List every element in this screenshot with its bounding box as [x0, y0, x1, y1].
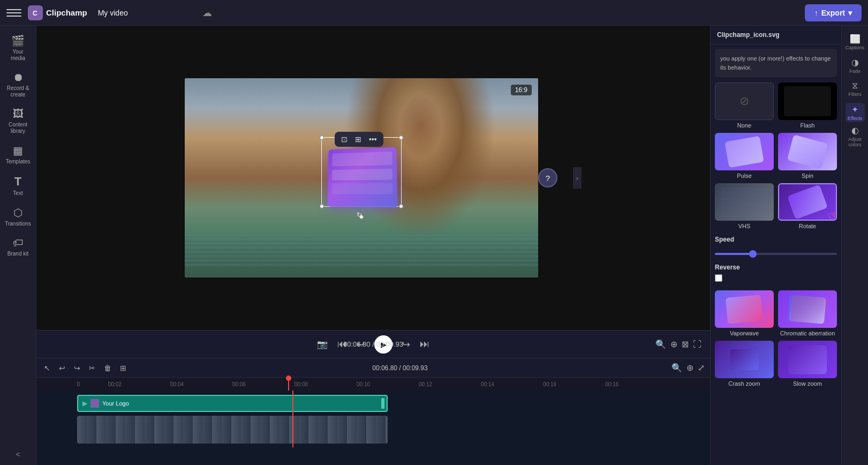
effects-icon: ✦: [851, 104, 858, 115]
handle-rotate[interactable]: [359, 215, 364, 219]
undo-button[interactable]: ↩: [57, 362, 67, 374]
fullscreen-button[interactable]: ⛶: [693, 339, 701, 349]
ruler-mark-0: 0: [77, 381, 108, 387]
help-button[interactable]: ?: [538, 168, 557, 188]
more-options-button[interactable]: •••: [367, 134, 379, 145]
effect-vaporwave[interactable]: Vaporwave: [715, 290, 774, 336]
playback-right-controls: 🔍 ⊕ ⊠ ⛶: [655, 339, 701, 349]
handle-bottom-right[interactable]: [399, 204, 403, 208]
effect-slowzoom-thumb: [778, 341, 837, 378]
ruler-mark-18: 00:18: [605, 381, 667, 387]
sidebar-collapse-button[interactable]: <: [13, 448, 22, 461]
effect-flash-thumb: [778, 82, 837, 120]
effect-pulse-thumb: [715, 133, 774, 170]
zoom-out-button[interactable]: 🔍: [655, 339, 666, 349]
export-button[interactable]: ↑ Export ▾: [805, 4, 862, 21]
timeline-ruler: 0 00:02 00:04 00:06 00:08 00:1: [36, 378, 710, 391]
preview-area: ⊡ ⊞ ••• 16:9 ? ›: [36, 26, 710, 330]
add-media-button[interactable]: ⊞: [118, 362, 129, 374]
delete-button[interactable]: 🗑: [102, 362, 114, 374]
redo-button[interactable]: ↪: [72, 362, 82, 374]
effect-spin[interactable]: Spin: [778, 133, 837, 179]
app-logo: C Clipchamp: [28, 5, 87, 20]
speed-section: Speed: [715, 236, 837, 257]
sidebar-item-text[interactable]: T Text: [2, 170, 34, 201]
effect-spin-label: Spin: [802, 172, 813, 179]
sidebar-item-transitions[interactable]: ⬡ Transitions: [2, 202, 34, 231]
timeline: ↖ ↩ ↪ ✂ 🗑 ⊞ 00:06.80 / 00:09.93 🔍 ⊕ ⤢ 0: [36, 358, 710, 465]
zoom-fit-button[interactable]: ⊠: [682, 339, 689, 349]
cut-button[interactable]: ✂: [87, 362, 97, 374]
effect-pulse[interactable]: Pulse: [715, 133, 774, 179]
fade-button[interactable]: ◑ Fade: [846, 56, 865, 75]
captions-button[interactable]: ⬜ Captions: [846, 32, 865, 51]
track-play-button[interactable]: ▶: [82, 400, 87, 407]
effect-crash-thumb: [715, 341, 774, 378]
main-layout: 🎬 Your media ⏺ Record & create 🖼 Content…: [0, 26, 868, 465]
playhead-line: [292, 391, 293, 447]
content-library-icon: 🖼: [13, 108, 24, 120]
camera-off-button[interactable]: 📷: [317, 339, 328, 349]
effect-vhs-thumb: [715, 183, 774, 221]
adjust-colors-icon: ◐: [851, 125, 859, 136]
timeline-expand[interactable]: ⤢: [698, 363, 705, 373]
effect-none-label: None: [737, 122, 751, 129]
effect-crash-zoom[interactable]: Crash zoom: [715, 341, 774, 387]
your-media-icon: 🎬: [11, 34, 25, 47]
reverse-label: Reverse: [715, 264, 837, 271]
adjust-colors-button[interactable]: ◐ Adjust colors: [846, 126, 865, 146]
logo-track-row: ▶ Your Logo: [77, 394, 706, 413]
center-area: ⊡ ⊞ ••• 16:9 ? › 📷 ⏮ ↩ ▶ ↪ ⏭ 00:06.80 /: [36, 26, 710, 465]
timeline-toolbar: ↖ ↩ ↪ ✂ 🗑 ⊞ 00:06.80 / 00:09.93 🔍 ⊕ ⤢: [36, 358, 710, 378]
video-track-row: [77, 415, 706, 444]
sidebar-item-content-library[interactable]: 🖼 Content library: [2, 103, 34, 139]
reverse-checkbox[interactable]: [715, 274, 722, 282]
select-tool-button[interactable]: ↖: [42, 362, 52, 374]
timeline-zoom-out[interactable]: 🔍: [671, 363, 682, 373]
aspect-ratio-badge: 16:9: [511, 85, 532, 95]
zoom-in-button[interactable]: ⊕: [670, 339, 677, 349]
timeline-tracks: ▶ Your Logo: [36, 391, 710, 447]
effect-crash-zoom-label: Crash zoom: [728, 380, 760, 387]
right-panel-header: Clipchamp_icon.svg: [711, 26, 841, 44]
skip-forward-button[interactable]: ⏭: [420, 339, 429, 350]
handle-top-left[interactable]: [320, 136, 324, 140]
sidebar-item-brand-kit[interactable]: 🏷 Brand kit: [2, 232, 34, 261]
record-icon: ⏺: [13, 71, 24, 84]
reverse-section: Reverse: [715, 264, 837, 284]
effects-button-active[interactable]: ✦ Effects: [846, 103, 865, 122]
export-icon: ↑: [814, 9, 818, 17]
sidebar-item-your-media[interactable]: 🎬 Your media: [2, 30, 34, 66]
sidebar-item-record-create[interactable]: ⏺ Record & create: [2, 67, 34, 102]
text-icon: T: [14, 175, 21, 189]
menu-button[interactable]: [6, 5, 21, 20]
effect-vhs[interactable]: VHS: [715, 183, 774, 229]
timeline-zoom-in[interactable]: ⊕: [686, 363, 693, 373]
ruler-mark-02: 00:02: [108, 381, 170, 387]
logo-track[interactable]: ▶ Your Logo: [77, 395, 388, 412]
filters-button[interactable]: ⧖ Filters: [846, 79, 865, 99]
handle-bottom-left[interactable]: [320, 204, 324, 208]
video-title-input[interactable]: [94, 6, 196, 19]
forward-button[interactable]: ↪: [402, 339, 410, 350]
video-track[interactable]: [77, 416, 388, 444]
speed-slider[interactable]: [715, 253, 837, 255]
effect-rotate[interactable]: ☞ Rotate: [778, 183, 837, 229]
sidebar-item-templates[interactable]: ▦ Templates: [2, 140, 34, 169]
effect-chromatic[interactable]: Chromatic aberration: [778, 290, 837, 336]
handle-top-right[interactable]: [399, 136, 403, 140]
effect-chromatic-label: Chromatic aberration: [780, 330, 835, 336]
preview-canvas: ⊡ ⊞ ••• 16:9: [185, 78, 538, 278]
cursor-overlay: ☞: [826, 207, 837, 221]
element-context-menu: ⊡ ⊞ •••: [335, 132, 383, 147]
effect-flash[interactable]: Flash: [778, 82, 837, 129]
effect-rotate-thumb: ☞: [778, 183, 837, 221]
effect-pulse-label: Pulse: [737, 172, 752, 179]
fit-button[interactable]: ⊞: [353, 134, 364, 145]
panel-collapse-button[interactable]: ›: [573, 167, 582, 189]
captions-icon: ⬜: [850, 34, 861, 44]
track-resize-handle[interactable]: [381, 398, 384, 409]
effect-slow-zoom[interactable]: Slow zoom: [778, 341, 837, 387]
effect-none[interactable]: ⊘ None: [715, 82, 774, 129]
crop-button[interactable]: ⊡: [339, 134, 350, 145]
